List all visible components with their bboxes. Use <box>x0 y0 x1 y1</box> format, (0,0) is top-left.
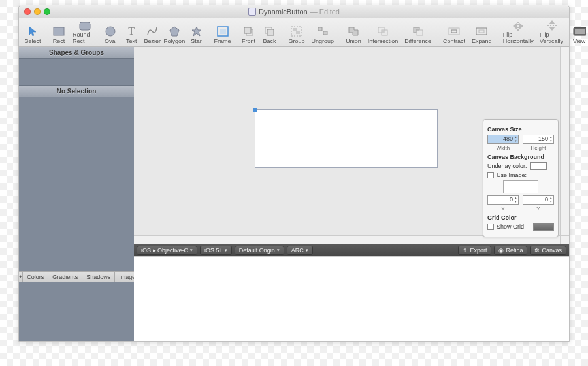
cursor-icon <box>26 25 39 38</box>
main-area: Shapes & Groups No Selection + Colors Gr… <box>19 47 569 341</box>
svg-marker-3 <box>170 27 179 36</box>
intersection-icon <box>376 25 389 38</box>
expand-icon <box>475 25 488 38</box>
rect-tool[interactable]: Rect <box>49 20 69 46</box>
close-icon[interactable] <box>24 8 31 15</box>
select-tool[interactable]: Select <box>23 20 42 46</box>
right-column: Canvas Size 480▴▾ Width 150▴▾ Height Can… <box>134 47 569 341</box>
view-button[interactable]: View <box>570 20 588 46</box>
difference-icon <box>412 25 425 38</box>
ungroup-button[interactable]: Ungroup <box>309 20 337 46</box>
svg-rect-15 <box>323 31 327 35</box>
minimize-icon[interactable] <box>34 8 41 15</box>
asset-well <box>19 282 134 341</box>
underlay-color-well[interactable] <box>530 162 547 170</box>
svg-rect-8 <box>244 27 251 33</box>
flip-horizontal-button[interactable]: Flip Horizontally <box>501 20 536 46</box>
front-button[interactable]: Front <box>239 20 259 46</box>
canvas-size-title: Canvas Size <box>487 126 554 133</box>
tab-gradients[interactable]: Gradients <box>48 272 82 282</box>
left-panel: Shapes & Groups No Selection + Colors Gr… <box>19 47 134 341</box>
retina-icon: ◉ <box>498 247 504 254</box>
canvas-button[interactable]: ✲Canvas <box>530 246 566 255</box>
titlebar[interactable]: DynamicButton — Edited <box>19 5 569 18</box>
y-input[interactable]: 0▴▾ <box>523 195 554 205</box>
svg-rect-6 <box>220 29 226 34</box>
svg-rect-27 <box>575 29 585 34</box>
chevron-down-icon: ▾ <box>306 248 308 253</box>
shapes-groups-header: Shapes & Groups <box>19 47 134 59</box>
image-well[interactable] <box>503 180 538 193</box>
fliph-icon <box>512 21 525 31</box>
ungroup-icon <box>316 25 329 38</box>
platform-selector[interactable]: iOS ▸ Objective-C▾ <box>137 246 197 255</box>
chevron-down-icon: ▾ <box>225 248 227 253</box>
rect-icon <box>52 25 65 38</box>
height-label: Height <box>531 145 546 151</box>
os-selector[interactable]: iOS 5+▾ <box>200 246 232 255</box>
star-tool[interactable]: Star <box>187 20 206 46</box>
svg-rect-21 <box>451 30 457 33</box>
canvas-inspector: Canvas Size 480▴▾ Width 150▴▾ Height Can… <box>483 119 559 237</box>
height-stepper[interactable]: ▴▾ <box>549 135 553 143</box>
union-button[interactable]: Union <box>343 20 364 46</box>
use-image-label: Use Image: <box>497 172 527 178</box>
back-button[interactable]: Back <box>260 20 280 46</box>
svg-rect-14 <box>318 27 322 31</box>
x-input[interactable]: 0▴▾ <box>487 195 519 205</box>
chevron-down-icon: ▾ <box>277 248 280 253</box>
export-button[interactable]: ⇪Export <box>458 246 491 255</box>
tab-colors[interactable]: Colors <box>23 272 48 282</box>
group-icon <box>290 25 303 38</box>
flip-vertical-button[interactable]: Flip Vertically <box>537 20 567 46</box>
text-tool[interactable]: TText <box>122 20 141 46</box>
arc-selector[interactable]: ARC▾ <box>287 246 313 255</box>
asset-tabs: + Colors Gradients Shadows Images <box>19 271 134 282</box>
y-stepper[interactable]: ▴▾ <box>549 196 553 204</box>
use-image-checkbox[interactable] <box>487 172 494 178</box>
star-icon <box>190 25 203 38</box>
code-pane[interactable] <box>134 256 569 341</box>
document-icon <box>248 8 256 16</box>
canvas-object[interactable] <box>255 109 438 168</box>
gear-icon: ✲ <box>534 247 540 254</box>
height-input[interactable]: 150▴▾ <box>523 135 554 144</box>
inspector-body <box>19 97 134 271</box>
edited-status: — Edited <box>310 8 340 16</box>
resize-handle[interactable] <box>253 108 257 112</box>
text-icon: T <box>125 25 138 38</box>
bezier-tool[interactable]: Bezier <box>142 20 162 46</box>
status-bar: iOS ▸ Objective-C▾ iOS 5+▾ Default Origi… <box>134 244 569 256</box>
svg-rect-20 <box>449 28 459 35</box>
canvas-area[interactable]: Canvas Size 480▴▾ Width 150▴▾ Height Can… <box>134 47 569 244</box>
svg-rect-19 <box>417 30 423 35</box>
svg-rect-18 <box>382 30 384 33</box>
back-icon <box>263 25 276 38</box>
retina-button[interactable]: ◉Retina <box>494 246 527 255</box>
show-grid-checkbox[interactable] <box>487 224 494 230</box>
width-input[interactable]: 480▴▾ <box>487 135 519 144</box>
intersection-button[interactable]: Intersection <box>365 20 401 46</box>
x-stepper[interactable]: ▴▾ <box>514 196 518 204</box>
oval-tool[interactable]: Oval <box>101 20 120 46</box>
expand-button[interactable]: Expand <box>469 20 495 46</box>
zoom-icon[interactable] <box>44 8 50 15</box>
tab-shadows[interactable]: Shadows <box>82 272 115 282</box>
grid-color-title: Grid Color <box>487 214 554 221</box>
svg-point-2 <box>106 27 115 36</box>
vertical-scrollbar[interactable] <box>560 47 569 235</box>
contract-button[interactable]: Contract <box>440 20 468 46</box>
filename: DynamicButton <box>259 8 308 16</box>
no-selection-header: No Selection <box>19 85 134 97</box>
width-label: Width <box>497 145 510 151</box>
group-button[interactable]: Group <box>286 20 308 46</box>
difference-button[interactable]: Difference <box>402 20 434 46</box>
origin-selector[interactable]: Default Origin▾ <box>235 246 284 255</box>
grid-color-well[interactable] <box>533 223 554 231</box>
width-stepper[interactable]: ▴▾ <box>514 135 518 143</box>
roundrect-tool[interactable]: Round Rect <box>70 20 99 46</box>
frame-tool[interactable]: Frame <box>213 20 233 46</box>
polygon-tool[interactable]: Polygon <box>163 20 185 46</box>
chevron-down-icon: ▾ <box>190 248 193 253</box>
polygon-icon <box>168 25 181 38</box>
